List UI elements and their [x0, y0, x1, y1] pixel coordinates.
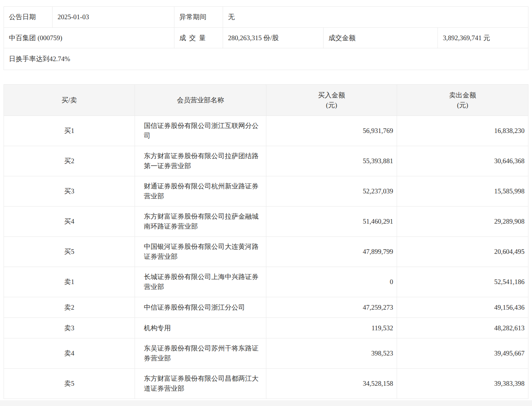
header-sell-unit: (元) — [457, 100, 468, 110]
rank-cell: 买5 — [4, 237, 135, 267]
branch-cell: 东吴证券股份有限公司苏州干将东路证券营业部 — [135, 338, 266, 368]
abnormal-period-label: 异常期间 — [174, 7, 223, 27]
table-row: 卖2 中信证券股份有限公司浙江分公司 47,259,273 49,156,436 — [4, 297, 528, 318]
buy-amount-cell: 34,528,158 — [266, 369, 397, 399]
header-sell-amount: 卖出金额 (元) — [397, 85, 528, 116]
buy-amount-cell: 47,259,273 — [266, 297, 397, 317]
branch-cell: 东方财富证券股份有限公司昌都两江大道证券营业部 — [135, 369, 266, 399]
announce-date-label: 公告日期 — [4, 7, 53, 27]
buy-amount-cell: 0 — [266, 267, 397, 297]
header-buy-amount: 买入金额 (元) — [266, 85, 397, 116]
sell-amount-cell: 48,282,613 — [397, 318, 528, 338]
table-row: 卖4 东吴证券股份有限公司苏州干将东路证券营业部 398,523 39,495,… — [4, 338, 528, 369]
abnormal-period-value: 无 — [223, 7, 528, 27]
table-row: 买1 国信证券股份有限公司浙江互联网分公司 56,931,769 16,838,… — [4, 116, 528, 146]
sell-amount-cell: 15,585,998 — [397, 176, 528, 206]
volume-label: 成交量 — [174, 28, 223, 48]
buy-amount-cell: 119,532 — [266, 318, 397, 338]
buy-amount-cell: 47,899,799 — [266, 237, 397, 267]
table-row: 买4 东方财富证券股份有限公司拉萨金融城南环路证券营业部 51,460,291 … — [4, 207, 528, 237]
table-header-row: 买/卖 会员营业部名称 买入金额 (元) 卖出金额 (元) — [4, 85, 528, 116]
content-area: 公告日期 2025-01-03 异常期间 无 中百集团 (000759) 成交量… — [0, 0, 532, 399]
sell-amount-cell: 39,495,667 — [397, 338, 528, 368]
rank-cell: 卖5 — [4, 369, 135, 399]
table-row: 买2 东方财富证券股份有限公司拉萨团结路第一证券营业部 55,393,881 3… — [4, 146, 528, 176]
broker-table: 买/卖 会员营业部名称 买入金额 (元) 卖出金额 (元) 买1 国信证券股份有… — [4, 84, 528, 399]
buy-amount-cell: 398,523 — [266, 338, 397, 368]
buy-amount-cell: 55,393,881 — [266, 146, 397, 176]
sell-amount-cell: 39,383,398 — [397, 369, 528, 399]
header-buy-unit: (元) — [326, 100, 337, 110]
next-section-strip — [0, 400, 532, 406]
header-side: 买/卖 — [4, 85, 135, 116]
sell-amount-cell: 52,541,186 — [397, 267, 528, 297]
header-branch: 会员营业部名称 — [135, 85, 266, 116]
summary-table: 公告日期 2025-01-03 异常期间 无 中百集团 (000759) 成交量… — [4, 6, 528, 70]
branch-cell: 财通证券股份有限公司杭州新业路证券营业部 — [135, 176, 266, 206]
amount-label: 成交金额 — [324, 28, 438, 48]
rank-cell: 买4 — [4, 207, 135, 236]
rank-cell: 买3 — [4, 176, 135, 206]
turnover-note: 日换手率达到42.74% — [4, 48, 528, 70]
table-row: 买5 中国银河证券股份有限公司大连黄河路证券营业部 47,899,799 20,… — [4, 237, 528, 267]
branch-cell: 东方财富证券股份有限公司拉萨金融城南环路证券营业部 — [135, 207, 266, 236]
sell-amount-cell: 30,646,368 — [397, 146, 528, 176]
volume-value: 280,263,315 份/股 — [223, 28, 324, 48]
table-row: 卖1 长城证券股份有限公司上海中兴路证券营业部 0 52,541,186 — [4, 267, 528, 297]
header-sell-amount-label: 卖出金额 — [449, 90, 476, 100]
sell-amount-cell: 49,156,436 — [397, 297, 528, 317]
rank-cell: 卖1 — [4, 267, 135, 297]
buy-amount-cell: 51,460,291 — [266, 207, 397, 236]
sell-amount-cell: 20,604,495 — [397, 237, 528, 267]
summary-row-stock: 中百集团 (000759) 成交量 280,263,315 份/股 成交金额 3… — [4, 28, 528, 48]
rank-cell: 卖3 — [4, 318, 135, 338]
rank-cell: 买1 — [4, 116, 135, 146]
branch-cell: 中国银河证券股份有限公司大连黄河路证券营业部 — [135, 237, 266, 267]
header-branch-label: 会员营业部名称 — [177, 95, 224, 105]
branch-cell: 中信证券股份有限公司浙江分公司 — [135, 297, 266, 317]
branch-cell: 机构专用 — [135, 318, 266, 338]
branch-cell: 国信证券股份有限公司浙江互联网分公司 — [135, 116, 266, 146]
sell-amount-cell: 16,838,230 — [397, 116, 528, 146]
sell-amount-cell: 29,289,908 — [397, 207, 528, 236]
buy-amount-cell: 52,237,039 — [266, 176, 397, 206]
amount-value: 3,892,369,741 元 — [438, 28, 528, 48]
trading-disclosure-page: 公告日期 2025-01-03 异常期间 无 中百集团 (000759) 成交量… — [0, 0, 532, 406]
header-side-label: 买/卖 — [61, 95, 77, 105]
rank-cell: 买2 — [4, 146, 135, 176]
table-row: 卖3 机构专用 119,532 48,282,613 — [4, 318, 528, 338]
table-row: 卖5 东方财富证券股份有限公司昌都两江大道证券营业部 34,528,158 39… — [4, 369, 528, 399]
buy-amount-cell: 56,931,769 — [266, 116, 397, 146]
branch-cell: 长城证券股份有限公司上海中兴路证券营业部 — [135, 267, 266, 297]
summary-row-date: 公告日期 2025-01-03 异常期间 无 — [4, 7, 528, 28]
table-row: 买3 财通证券股份有限公司杭州新业路证券营业部 52,237,039 15,58… — [4, 176, 528, 207]
rank-cell: 卖4 — [4, 338, 135, 368]
stock-name: 中百集团 (000759) — [4, 28, 174, 48]
announce-date-value: 2025-01-03 — [53, 7, 174, 27]
rank-cell: 卖2 — [4, 297, 135, 317]
header-buy-amount-label: 买入金额 — [318, 90, 345, 100]
summary-row-turnover: 日换手率达到42.74% — [4, 48, 528, 70]
branch-cell: 东方财富证券股份有限公司拉萨团结路第一证券营业部 — [135, 146, 266, 176]
